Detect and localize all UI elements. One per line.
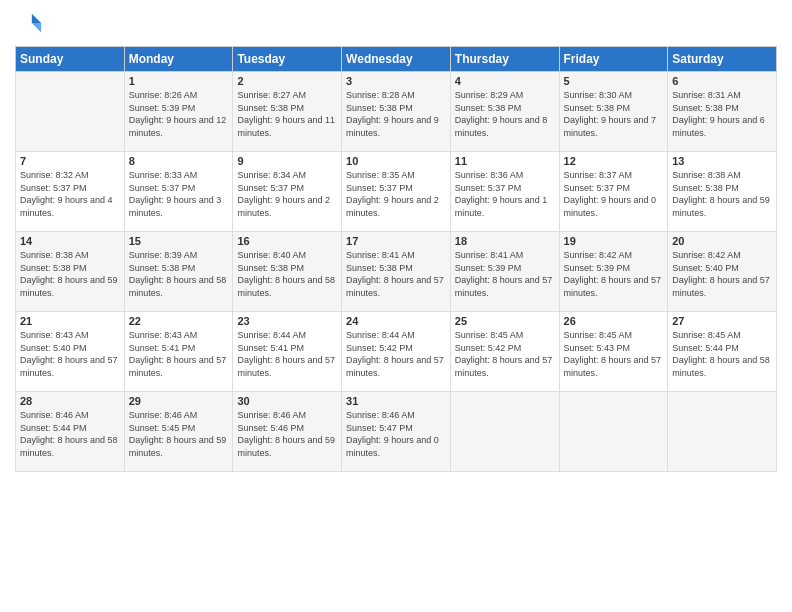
- calendar-cell: [559, 392, 668, 472]
- day-info: Sunrise: 8:45 AMSunset: 5:44 PMDaylight:…: [672, 329, 772, 379]
- calendar-cell: [16, 72, 125, 152]
- day-info: Sunrise: 8:45 AMSunset: 5:42 PMDaylight:…: [455, 329, 555, 379]
- header-monday: Monday: [124, 47, 233, 72]
- day-number: 27: [672, 315, 772, 327]
- day-info: Sunrise: 8:31 AMSunset: 5:38 PMDaylight:…: [672, 89, 772, 139]
- header-sunday: Sunday: [16, 47, 125, 72]
- day-number: 20: [672, 235, 772, 247]
- calendar-cell: 24Sunrise: 8:44 AMSunset: 5:42 PMDayligh…: [342, 312, 451, 392]
- day-info: Sunrise: 8:33 AMSunset: 5:37 PMDaylight:…: [129, 169, 229, 219]
- day-number: 24: [346, 315, 446, 327]
- day-info: Sunrise: 8:34 AMSunset: 5:37 PMDaylight:…: [237, 169, 337, 219]
- day-number: 9: [237, 155, 337, 167]
- day-info: Sunrise: 8:46 AMSunset: 5:45 PMDaylight:…: [129, 409, 229, 459]
- day-number: 1: [129, 75, 229, 87]
- day-number: 12: [564, 155, 664, 167]
- calendar-cell: 31Sunrise: 8:46 AMSunset: 5:47 PMDayligh…: [342, 392, 451, 472]
- week-row-0: 1Sunrise: 8:26 AMSunset: 5:39 PMDaylight…: [16, 72, 777, 152]
- day-number: 13: [672, 155, 772, 167]
- day-info: Sunrise: 8:40 AMSunset: 5:38 PMDaylight:…: [237, 249, 337, 299]
- logo-icon: [15, 10, 43, 38]
- day-number: 8: [129, 155, 229, 167]
- week-row-1: 7Sunrise: 8:32 AMSunset: 5:37 PMDaylight…: [16, 152, 777, 232]
- day-number: 6: [672, 75, 772, 87]
- day-number: 15: [129, 235, 229, 247]
- calendar-cell: 21Sunrise: 8:43 AMSunset: 5:40 PMDayligh…: [16, 312, 125, 392]
- page-container: SundayMondayTuesdayWednesdayThursdayFrid…: [0, 0, 792, 612]
- calendar-cell: 20Sunrise: 8:42 AMSunset: 5:40 PMDayligh…: [668, 232, 777, 312]
- header-tuesday: Tuesday: [233, 47, 342, 72]
- week-row-3: 21Sunrise: 8:43 AMSunset: 5:40 PMDayligh…: [16, 312, 777, 392]
- day-info: Sunrise: 8:35 AMSunset: 5:37 PMDaylight:…: [346, 169, 446, 219]
- day-info: Sunrise: 8:46 AMSunset: 5:44 PMDaylight:…: [20, 409, 120, 459]
- day-number: 4: [455, 75, 555, 87]
- calendar-cell: 4Sunrise: 8:29 AMSunset: 5:38 PMDaylight…: [450, 72, 559, 152]
- calendar-cell: 9Sunrise: 8:34 AMSunset: 5:37 PMDaylight…: [233, 152, 342, 232]
- calendar-cell: 23Sunrise: 8:44 AMSunset: 5:41 PMDayligh…: [233, 312, 342, 392]
- svg-marker-0: [32, 14, 41, 23]
- calendar-header-row: SundayMondayTuesdayWednesdayThursdayFrid…: [16, 47, 777, 72]
- day-number: 3: [346, 75, 446, 87]
- calendar-cell: 3Sunrise: 8:28 AMSunset: 5:38 PMDaylight…: [342, 72, 451, 152]
- day-number: 10: [346, 155, 446, 167]
- calendar-cell: 22Sunrise: 8:43 AMSunset: 5:41 PMDayligh…: [124, 312, 233, 392]
- calendar-cell: 7Sunrise: 8:32 AMSunset: 5:37 PMDaylight…: [16, 152, 125, 232]
- day-number: 30: [237, 395, 337, 407]
- calendar-cell: 13Sunrise: 8:38 AMSunset: 5:38 PMDayligh…: [668, 152, 777, 232]
- calendar-cell: 8Sunrise: 8:33 AMSunset: 5:37 PMDaylight…: [124, 152, 233, 232]
- week-row-4: 28Sunrise: 8:46 AMSunset: 5:44 PMDayligh…: [16, 392, 777, 472]
- page-header: [15, 10, 777, 38]
- header-thursday: Thursday: [450, 47, 559, 72]
- day-info: Sunrise: 8:44 AMSunset: 5:42 PMDaylight:…: [346, 329, 446, 379]
- week-row-2: 14Sunrise: 8:38 AMSunset: 5:38 PMDayligh…: [16, 232, 777, 312]
- calendar-table: SundayMondayTuesdayWednesdayThursdayFrid…: [15, 46, 777, 472]
- day-info: Sunrise: 8:27 AMSunset: 5:38 PMDaylight:…: [237, 89, 337, 139]
- day-info: Sunrise: 8:46 AMSunset: 5:47 PMDaylight:…: [346, 409, 446, 459]
- day-info: Sunrise: 8:46 AMSunset: 5:46 PMDaylight:…: [237, 409, 337, 459]
- day-number: 21: [20, 315, 120, 327]
- day-info: Sunrise: 8:43 AMSunset: 5:40 PMDaylight:…: [20, 329, 120, 379]
- day-info: Sunrise: 8:45 AMSunset: 5:43 PMDaylight:…: [564, 329, 664, 379]
- calendar-cell: 12Sunrise: 8:37 AMSunset: 5:37 PMDayligh…: [559, 152, 668, 232]
- calendar-cell: 1Sunrise: 8:26 AMSunset: 5:39 PMDaylight…: [124, 72, 233, 152]
- calendar-cell: [450, 392, 559, 472]
- day-info: Sunrise: 8:28 AMSunset: 5:38 PMDaylight:…: [346, 89, 446, 139]
- calendar-cell: 17Sunrise: 8:41 AMSunset: 5:38 PMDayligh…: [342, 232, 451, 312]
- day-info: Sunrise: 8:38 AMSunset: 5:38 PMDaylight:…: [672, 169, 772, 219]
- day-number: 28: [20, 395, 120, 407]
- day-info: Sunrise: 8:39 AMSunset: 5:38 PMDaylight:…: [129, 249, 229, 299]
- svg-marker-1: [32, 23, 41, 32]
- logo: [15, 10, 47, 38]
- day-info: Sunrise: 8:42 AMSunset: 5:39 PMDaylight:…: [564, 249, 664, 299]
- day-info: Sunrise: 8:37 AMSunset: 5:37 PMDaylight:…: [564, 169, 664, 219]
- day-info: Sunrise: 8:44 AMSunset: 5:41 PMDaylight:…: [237, 329, 337, 379]
- day-number: 16: [237, 235, 337, 247]
- calendar-cell: 5Sunrise: 8:30 AMSunset: 5:38 PMDaylight…: [559, 72, 668, 152]
- day-info: Sunrise: 8:32 AMSunset: 5:37 PMDaylight:…: [20, 169, 120, 219]
- day-number: 19: [564, 235, 664, 247]
- calendar-cell: 28Sunrise: 8:46 AMSunset: 5:44 PMDayligh…: [16, 392, 125, 472]
- day-number: 17: [346, 235, 446, 247]
- calendar-cell: 27Sunrise: 8:45 AMSunset: 5:44 PMDayligh…: [668, 312, 777, 392]
- day-number: 7: [20, 155, 120, 167]
- day-number: 22: [129, 315, 229, 327]
- day-info: Sunrise: 8:41 AMSunset: 5:38 PMDaylight:…: [346, 249, 446, 299]
- calendar-cell: 30Sunrise: 8:46 AMSunset: 5:46 PMDayligh…: [233, 392, 342, 472]
- day-number: 11: [455, 155, 555, 167]
- day-info: Sunrise: 8:36 AMSunset: 5:37 PMDaylight:…: [455, 169, 555, 219]
- calendar-cell: 26Sunrise: 8:45 AMSunset: 5:43 PMDayligh…: [559, 312, 668, 392]
- day-info: Sunrise: 8:42 AMSunset: 5:40 PMDaylight:…: [672, 249, 772, 299]
- day-number: 31: [346, 395, 446, 407]
- day-number: 23: [237, 315, 337, 327]
- header-friday: Friday: [559, 47, 668, 72]
- day-info: Sunrise: 8:38 AMSunset: 5:38 PMDaylight:…: [20, 249, 120, 299]
- day-info: Sunrise: 8:26 AMSunset: 5:39 PMDaylight:…: [129, 89, 229, 139]
- day-info: Sunrise: 8:41 AMSunset: 5:39 PMDaylight:…: [455, 249, 555, 299]
- day-number: 14: [20, 235, 120, 247]
- calendar-cell: 14Sunrise: 8:38 AMSunset: 5:38 PMDayligh…: [16, 232, 125, 312]
- calendar-cell: 19Sunrise: 8:42 AMSunset: 5:39 PMDayligh…: [559, 232, 668, 312]
- day-number: 18: [455, 235, 555, 247]
- day-number: 26: [564, 315, 664, 327]
- calendar-cell: 25Sunrise: 8:45 AMSunset: 5:42 PMDayligh…: [450, 312, 559, 392]
- day-number: 5: [564, 75, 664, 87]
